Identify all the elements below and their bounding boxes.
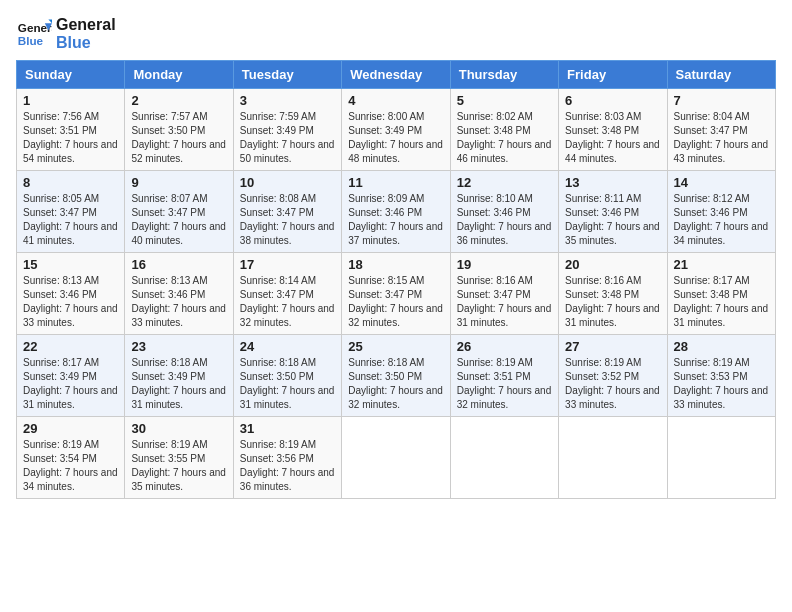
sunrise-label: Sunrise: 8:04 AM — [674, 111, 750, 122]
day-header-wednesday: Wednesday — [342, 61, 450, 89]
daylight-label: Daylight: 7 hours and 31 minutes. — [674, 303, 769, 328]
day-info: Sunrise: 8:07 AM Sunset: 3:47 PM Dayligh… — [131, 192, 226, 248]
day-number: 26 — [457, 339, 552, 354]
sunrise-label: Sunrise: 8:14 AM — [240, 275, 316, 286]
daylight-label: Daylight: 7 hours and 41 minutes. — [23, 221, 118, 246]
sunset-label: Sunset: 3:47 PM — [240, 207, 314, 218]
empty-cell — [559, 417, 667, 499]
day-info: Sunrise: 8:14 AM Sunset: 3:47 PM Dayligh… — [240, 274, 335, 330]
day-info: Sunrise: 7:59 AM Sunset: 3:49 PM Dayligh… — [240, 110, 335, 166]
sunset-label: Sunset: 3:56 PM — [240, 453, 314, 464]
day-number: 19 — [457, 257, 552, 272]
calendar: SundayMondayTuesdayWednesdayThursdayFrid… — [16, 60, 776, 499]
day-cell-3: 3 Sunrise: 7:59 AM Sunset: 3:49 PM Dayli… — [233, 89, 341, 171]
day-number: 1 — [23, 93, 118, 108]
day-cell-20: 20 Sunrise: 8:16 AM Sunset: 3:48 PM Dayl… — [559, 253, 667, 335]
sunset-label: Sunset: 3:53 PM — [674, 371, 748, 382]
day-info: Sunrise: 8:05 AM Sunset: 3:47 PM Dayligh… — [23, 192, 118, 248]
day-number: 11 — [348, 175, 443, 190]
svg-text:Blue: Blue — [18, 34, 44, 47]
day-number: 6 — [565, 93, 660, 108]
day-info: Sunrise: 8:00 AM Sunset: 3:49 PM Dayligh… — [348, 110, 443, 166]
day-number: 15 — [23, 257, 118, 272]
logo: General Blue General Blue — [16, 16, 116, 52]
day-info: Sunrise: 8:17 AM Sunset: 3:48 PM Dayligh… — [674, 274, 769, 330]
sunrise-label: Sunrise: 8:18 AM — [240, 357, 316, 368]
sunrise-label: Sunrise: 8:15 AM — [348, 275, 424, 286]
day-cell-24: 24 Sunrise: 8:18 AM Sunset: 3:50 PM Dayl… — [233, 335, 341, 417]
sunset-label: Sunset: 3:49 PM — [348, 125, 422, 136]
day-info: Sunrise: 8:19 AM Sunset: 3:55 PM Dayligh… — [131, 438, 226, 494]
sunset-label: Sunset: 3:51 PM — [457, 371, 531, 382]
day-number: 30 — [131, 421, 226, 436]
day-info: Sunrise: 8:09 AM Sunset: 3:46 PM Dayligh… — [348, 192, 443, 248]
day-header-saturday: Saturday — [667, 61, 775, 89]
sunrise-label: Sunrise: 8:10 AM — [457, 193, 533, 204]
sunset-label: Sunset: 3:54 PM — [23, 453, 97, 464]
day-cell-5: 5 Sunrise: 8:02 AM Sunset: 3:48 PM Dayli… — [450, 89, 558, 171]
sunset-label: Sunset: 3:50 PM — [240, 371, 314, 382]
daylight-label: Daylight: 7 hours and 46 minutes. — [457, 139, 552, 164]
day-info: Sunrise: 8:19 AM Sunset: 3:56 PM Dayligh… — [240, 438, 335, 494]
sunrise-label: Sunrise: 8:19 AM — [131, 439, 207, 450]
day-info: Sunrise: 8:10 AM Sunset: 3:46 PM Dayligh… — [457, 192, 552, 248]
day-cell-10: 10 Sunrise: 8:08 AM Sunset: 3:47 PM Dayl… — [233, 171, 341, 253]
sunrise-label: Sunrise: 8:19 AM — [565, 357, 641, 368]
day-cell-30: 30 Sunrise: 8:19 AM Sunset: 3:55 PM Dayl… — [125, 417, 233, 499]
sunset-label: Sunset: 3:51 PM — [23, 125, 97, 136]
sunrise-label: Sunrise: 8:19 AM — [23, 439, 99, 450]
day-cell-18: 18 Sunrise: 8:15 AM Sunset: 3:47 PM Dayl… — [342, 253, 450, 335]
day-cell-6: 6 Sunrise: 8:03 AM Sunset: 3:48 PM Dayli… — [559, 89, 667, 171]
week-row-2: 8 Sunrise: 8:05 AM Sunset: 3:47 PM Dayli… — [17, 171, 776, 253]
sunrise-label: Sunrise: 8:07 AM — [131, 193, 207, 204]
day-cell-21: 21 Sunrise: 8:17 AM Sunset: 3:48 PM Dayl… — [667, 253, 775, 335]
day-header-monday: Monday — [125, 61, 233, 89]
sunrise-label: Sunrise: 8:03 AM — [565, 111, 641, 122]
daylight-label: Daylight: 7 hours and 33 minutes. — [131, 303, 226, 328]
daylight-label: Daylight: 7 hours and 33 minutes. — [674, 385, 769, 410]
day-number: 12 — [457, 175, 552, 190]
sunset-label: Sunset: 3:46 PM — [348, 207, 422, 218]
daylight-label: Daylight: 7 hours and 32 minutes. — [348, 303, 443, 328]
sunset-label: Sunset: 3:46 PM — [23, 289, 97, 300]
sunset-label: Sunset: 3:47 PM — [240, 289, 314, 300]
daylight-label: Daylight: 7 hours and 43 minutes. — [674, 139, 769, 164]
week-row-5: 29 Sunrise: 8:19 AM Sunset: 3:54 PM Dayl… — [17, 417, 776, 499]
sunrise-label: Sunrise: 8:11 AM — [565, 193, 641, 204]
day-header-sunday: Sunday — [17, 61, 125, 89]
day-cell-4: 4 Sunrise: 8:00 AM Sunset: 3:49 PM Dayli… — [342, 89, 450, 171]
day-number: 2 — [131, 93, 226, 108]
day-info: Sunrise: 8:19 AM Sunset: 3:53 PM Dayligh… — [674, 356, 769, 412]
daylight-label: Daylight: 7 hours and 35 minutes. — [565, 221, 660, 246]
day-cell-2: 2 Sunrise: 7:57 AM Sunset: 3:50 PM Dayli… — [125, 89, 233, 171]
week-row-1: 1 Sunrise: 7:56 AM Sunset: 3:51 PM Dayli… — [17, 89, 776, 171]
day-info: Sunrise: 8:19 AM Sunset: 3:51 PM Dayligh… — [457, 356, 552, 412]
day-cell-17: 17 Sunrise: 8:14 AM Sunset: 3:47 PM Dayl… — [233, 253, 341, 335]
day-number: 17 — [240, 257, 335, 272]
sunrise-label: Sunrise: 8:08 AM — [240, 193, 316, 204]
day-info: Sunrise: 8:11 AM Sunset: 3:46 PM Dayligh… — [565, 192, 660, 248]
day-number: 27 — [565, 339, 660, 354]
day-number: 4 — [348, 93, 443, 108]
day-cell-13: 13 Sunrise: 8:11 AM Sunset: 3:46 PM Dayl… — [559, 171, 667, 253]
day-cell-29: 29 Sunrise: 8:19 AM Sunset: 3:54 PM Dayl… — [17, 417, 125, 499]
daylight-label: Daylight: 7 hours and 31 minutes. — [131, 385, 226, 410]
daylight-label: Daylight: 7 hours and 44 minutes. — [565, 139, 660, 164]
daylight-label: Daylight: 7 hours and 52 minutes. — [131, 139, 226, 164]
day-cell-25: 25 Sunrise: 8:18 AM Sunset: 3:50 PM Dayl… — [342, 335, 450, 417]
day-info: Sunrise: 8:19 AM Sunset: 3:54 PM Dayligh… — [23, 438, 118, 494]
sunrise-label: Sunrise: 8:09 AM — [348, 193, 424, 204]
day-info: Sunrise: 8:13 AM Sunset: 3:46 PM Dayligh… — [131, 274, 226, 330]
sunrise-label: Sunrise: 8:05 AM — [23, 193, 99, 204]
day-info: Sunrise: 8:13 AM Sunset: 3:46 PM Dayligh… — [23, 274, 118, 330]
sunset-label: Sunset: 3:49 PM — [131, 371, 205, 382]
day-cell-14: 14 Sunrise: 8:12 AM Sunset: 3:46 PM Dayl… — [667, 171, 775, 253]
day-header-tuesday: Tuesday — [233, 61, 341, 89]
sunset-label: Sunset: 3:47 PM — [348, 289, 422, 300]
sunset-label: Sunset: 3:46 PM — [131, 289, 205, 300]
day-cell-16: 16 Sunrise: 8:13 AM Sunset: 3:46 PM Dayl… — [125, 253, 233, 335]
day-info: Sunrise: 7:57 AM Sunset: 3:50 PM Dayligh… — [131, 110, 226, 166]
svg-text:General: General — [18, 21, 52, 34]
day-info: Sunrise: 8:18 AM Sunset: 3:49 PM Dayligh… — [131, 356, 226, 412]
logo-line2: Blue — [56, 34, 116, 52]
